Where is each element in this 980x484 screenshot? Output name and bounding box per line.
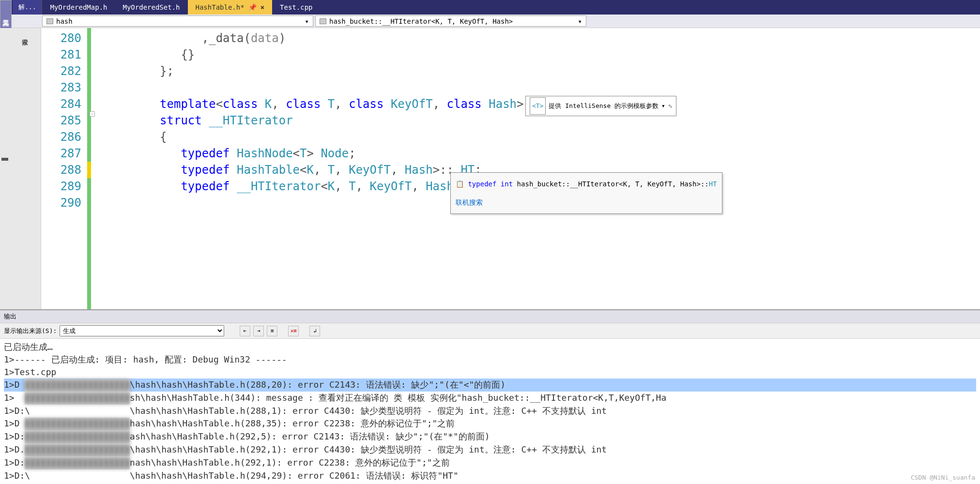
intellisense-template-hint[interactable]: <T> 提供 IntelliSense 的示例模板参数 ▾ ✎	[525, 96, 676, 116]
change-gutter	[87, 28, 97, 309]
redacted-path: ████████████████████	[25, 457, 130, 469]
member-dropdown[interactable]: hash_bucket::__HTIterator<K, T, KeyOfT, …	[315, 15, 586, 27]
line-number: 288	[41, 162, 81, 178]
output-line[interactable]: 1>D ████████████████████\hash\hash\HashT…	[4, 378, 976, 392]
redacted-path: ████████████████████	[25, 444, 130, 456]
line-number: 283	[41, 79, 81, 96]
redacted-path: ████████████████████	[25, 431, 130, 443]
output-panel-title: 输出	[0, 310, 980, 323]
line-number: 286	[41, 129, 81, 145]
code-editor[interactable]: 280281282283284285286287288289290 - <T> …	[41, 28, 980, 309]
tooltip-suffix: HT	[709, 180, 717, 188]
pin-icon[interactable]: 📌	[248, 3, 257, 11]
clipboard-icon: 📋	[456, 180, 464, 188]
tooltip-main: hash_bucket::__HTIterator<K, T, KeyOfT, …	[517, 180, 709, 188]
scope-label: hash	[56, 17, 73, 25]
line-number: 285	[41, 112, 81, 129]
chevron-down-icon: ▾	[573, 17, 582, 25]
editor-area: 搜索 280281282283284285286287288289290 - <…	[0, 28, 980, 309]
watermark: CSDN @NiNi_suanfa	[911, 474, 975, 481]
line-number: 281	[41, 46, 81, 63]
code-line[interactable]: {}	[97, 46, 980, 63]
code-line[interactable]: {	[97, 129, 980, 145]
code-line[interactable]: ,_data(data)	[97, 30, 980, 46]
modified-line-indicator	[87, 162, 91, 178]
line-number: 289	[41, 178, 81, 195]
file-tab[interactable]: Test.cpp	[272, 0, 320, 15]
scope-icon	[46, 18, 53, 24]
left-sidebar: 搜索	[0, 28, 41, 309]
output-source-select[interactable]: 生成	[60, 325, 224, 336]
edit-icon[interactable]: ✎	[668, 98, 672, 114]
line-number: 290	[41, 195, 81, 211]
output-line[interactable]: 1>Test.cpp	[4, 366, 976, 378]
menu-button[interactable]: 解...	[13, 0, 42, 15]
collapse-icon[interactable]: -	[90, 111, 95, 117]
tooltip-search-link[interactable]: 联机搜索	[456, 194, 717, 211]
output-panel: 输出 显示输出来源(S): 生成 ⇤ ⇥ ≡ ✕≡ ↲ 已启动生成…1>----…	[0, 309, 980, 484]
member-icon	[320, 18, 326, 24]
output-line[interactable]: 1>D:\ \hash\hash\HashTable.h(294,29): er…	[4, 469, 976, 482]
type-param-badge: <T>	[530, 97, 546, 115]
line-number: 280	[41, 30, 81, 46]
line-number: 282	[41, 63, 81, 79]
code-line[interactable]: };	[97, 63, 980, 79]
output-line[interactable]: 1>D:████████████████████nash\hash\HashTa…	[4, 456, 976, 469]
output-line[interactable]: 1>D.████████████████████\hash\hash\HashT…	[4, 443, 976, 456]
output-line[interactable]: 已启动生成…	[4, 341, 976, 353]
quickinfo-tooltip: 📋 typedef int hash_bucket::__HTIterator<…	[450, 172, 722, 214]
output-line[interactable]: 1>D:████████████████████ash\hash\HashTab…	[4, 430, 976, 443]
redacted-path: ████████████████████	[25, 379, 130, 392]
toolbar-button-3[interactable]: ≡	[267, 326, 277, 336]
breakpoint-indicator[interactable]	[1, 158, 8, 161]
code-line[interactable]	[97, 79, 980, 96]
output-line[interactable]: 1>------ 已启动生成: 项目: hash, 配置: Debug Win3…	[4, 353, 976, 366]
file-tab[interactable]: MyOrderedMap.h	[42, 0, 115, 15]
chevron-down-icon: ▾	[300, 17, 309, 25]
output-line[interactable]: 1>D:\ \hash\hash\HashTable.h(288,1): err…	[4, 405, 976, 417]
toolbar-button-2[interactable]: ⇥	[253, 326, 264, 336]
toolbox-sidebar[interactable]: 工具箱	[0, 0, 12, 29]
output-line[interactable]: 1> ████████████████████sh\hash\HashTable…	[4, 392, 976, 405]
navigation-bar: hash ▾ hash_bucket::__HTIterator<K, T, K…	[0, 15, 980, 28]
toolbar-button-1[interactable]: ⇤	[240, 326, 250, 336]
search-panel-tab[interactable]: 搜索	[18, 32, 31, 36]
output-toolbar: 显示输出来源(S): 生成 ⇤ ⇥ ≡ ✕≡ ↲	[0, 323, 980, 339]
toolbar-clear-button[interactable]: ✕≡	[288, 326, 299, 336]
line-number: 284	[41, 96, 81, 112]
code-text-area[interactable]: - <T> 提供 IntelliSense 的示例模板参数 ▾ ✎ 📋 type…	[97, 28, 980, 309]
member-label: hash_bucket::__HTIterator<K, T, KeyOfT, …	[329, 17, 513, 25]
chevron-down-icon[interactable]: ▾	[661, 98, 665, 114]
tooltip-prefix: typedef int	[468, 180, 517, 188]
line-number-gutter: 280281282283284285286287288289290	[41, 28, 87, 309]
file-tab[interactable]: HashTable.h*📌×	[188, 0, 273, 15]
code-line[interactable]: typedef HashNode<T> Node;	[97, 145, 980, 162]
close-icon[interactable]: ×	[260, 3, 264, 11]
file-tab[interactable]: MyOrderedSet.h	[115, 0, 188, 15]
scope-dropdown[interactable]: hash ▾	[42, 15, 313, 27]
output-text[interactable]: 已启动生成…1>------ 已启动生成: 项目: hash, 配置: Debu…	[0, 339, 980, 484]
tab-bar: 解... MyOrderedMap.hMyOrderedSet.hHashTab…	[0, 0, 980, 15]
output-source-label: 显示输出来源(S):	[4, 327, 57, 335]
redacted-path: ████████████████████	[25, 418, 130, 430]
intellisense-hint-text: 提供 IntelliSense 的示例模板参数	[549, 98, 658, 114]
line-number: 287	[41, 145, 81, 162]
redacted-path: ████████████████████	[25, 392, 130, 405]
toolbar-wrap-button[interactable]: ↲	[309, 326, 320, 336]
output-line[interactable]: 1>D ████████████████████hash\hash\HashTa…	[4, 417, 976, 430]
